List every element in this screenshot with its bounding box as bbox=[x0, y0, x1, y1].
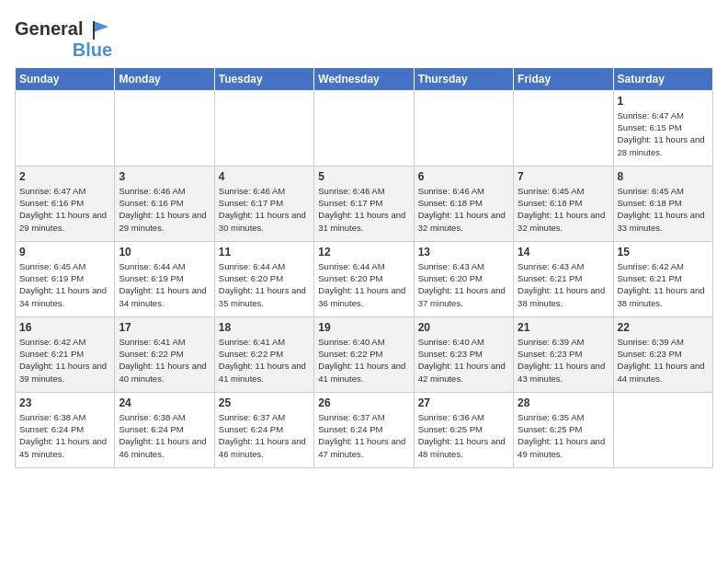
calendar-cell bbox=[214, 90, 313, 166]
day-sun-info: Sunrise: 6:41 AMSunset: 6:22 PMDaylight:… bbox=[119, 336, 210, 385]
calendar-week-row: 1Sunrise: 6:47 AMSunset: 6:15 PMDaylight… bbox=[16, 90, 713, 166]
day-number: 24 bbox=[119, 396, 210, 409]
day-number: 25 bbox=[219, 396, 310, 409]
day-sun-info: Sunrise: 6:44 AMSunset: 6:20 PMDaylight:… bbox=[219, 260, 310, 309]
calendar-cell: 21Sunrise: 6:39 AMSunset: 6:23 PMDayligh… bbox=[514, 316, 613, 392]
calendar-cell: 6Sunrise: 6:46 AMSunset: 6:18 PMDaylight… bbox=[414, 166, 513, 241]
calendar-cell: 10Sunrise: 6:44 AMSunset: 6:19 PMDayligh… bbox=[115, 241, 214, 316]
day-sun-info: Sunrise: 6:43 AMSunset: 6:20 PMDaylight:… bbox=[418, 260, 509, 309]
day-number: 10 bbox=[119, 246, 210, 259]
day-number: 3 bbox=[119, 170, 210, 183]
day-sun-info: Sunrise: 6:36 AMSunset: 6:25 PMDaylight:… bbox=[418, 411, 509, 460]
day-sun-info: Sunrise: 6:44 AMSunset: 6:19 PMDaylight:… bbox=[119, 260, 210, 309]
column-header-sunday: Sunday bbox=[16, 67, 115, 90]
day-number: 8 bbox=[618, 170, 709, 183]
day-sun-info: Sunrise: 6:35 AMSunset: 6:25 PMDaylight:… bbox=[518, 411, 609, 460]
logo: General Blue bbox=[15, 18, 112, 60]
calendar-cell: 16Sunrise: 6:42 AMSunset: 6:21 PMDayligh… bbox=[16, 316, 115, 392]
day-sun-info: Sunrise: 6:37 AMSunset: 6:24 PMDaylight:… bbox=[219, 411, 310, 460]
day-number: 15 bbox=[618, 246, 709, 259]
day-number: 7 bbox=[518, 170, 609, 183]
day-number: 20 bbox=[418, 321, 509, 334]
calendar-table: SundayMondayTuesdayWednesdayThursdayFrid… bbox=[15, 67, 713, 468]
day-number: 4 bbox=[219, 170, 310, 183]
calendar-cell: 28Sunrise: 6:35 AMSunset: 6:25 PMDayligh… bbox=[514, 392, 613, 467]
svg-rect-1 bbox=[93, 21, 95, 40]
day-sun-info: Sunrise: 6:45 AMSunset: 6:19 PMDaylight:… bbox=[19, 260, 110, 309]
logo-blue-text: Blue bbox=[73, 40, 112, 60]
calendar-cell: 7Sunrise: 6:45 AMSunset: 6:18 PMDaylight… bbox=[514, 166, 613, 241]
day-number: 14 bbox=[518, 246, 609, 259]
calendar-cell: 3Sunrise: 6:46 AMSunset: 6:16 PMDaylight… bbox=[115, 166, 214, 241]
day-number: 28 bbox=[518, 396, 609, 409]
day-number: 22 bbox=[618, 321, 709, 334]
svg-marker-0 bbox=[94, 21, 108, 32]
calendar-cell: 9Sunrise: 6:45 AMSunset: 6:19 PMDaylight… bbox=[16, 241, 115, 316]
day-number: 1 bbox=[618, 95, 709, 108]
calendar-cell: 12Sunrise: 6:44 AMSunset: 6:20 PMDayligh… bbox=[314, 241, 414, 316]
calendar-cell: 27Sunrise: 6:36 AMSunset: 6:25 PMDayligh… bbox=[414, 392, 513, 467]
day-number: 17 bbox=[119, 321, 210, 334]
calendar-cell: 14Sunrise: 6:43 AMSunset: 6:21 PMDayligh… bbox=[514, 241, 613, 316]
calendar-cell: 19Sunrise: 6:40 AMSunset: 6:22 PMDayligh… bbox=[314, 316, 414, 392]
day-sun-info: Sunrise: 6:38 AMSunset: 6:24 PMDaylight:… bbox=[119, 411, 210, 460]
day-sun-info: Sunrise: 6:46 AMSunset: 6:17 PMDaylight:… bbox=[219, 185, 310, 234]
calendar-week-row: 16Sunrise: 6:42 AMSunset: 6:21 PMDayligh… bbox=[16, 316, 713, 392]
day-number: 19 bbox=[318, 321, 409, 334]
day-number: 16 bbox=[19, 321, 110, 334]
day-number: 11 bbox=[219, 246, 310, 259]
calendar-week-row: 23Sunrise: 6:38 AMSunset: 6:24 PMDayligh… bbox=[16, 392, 713, 467]
day-sun-info: Sunrise: 6:40 AMSunset: 6:22 PMDaylight:… bbox=[318, 336, 409, 385]
day-number: 21 bbox=[518, 321, 609, 334]
calendar-cell: 23Sunrise: 6:38 AMSunset: 6:24 PMDayligh… bbox=[16, 392, 115, 467]
day-number: 9 bbox=[19, 246, 110, 259]
calendar-cell bbox=[115, 90, 214, 166]
calendar-cell bbox=[613, 392, 712, 467]
calendar-cell: 8Sunrise: 6:45 AMSunset: 6:18 PMDaylight… bbox=[613, 166, 712, 241]
column-header-friday: Friday bbox=[514, 67, 613, 90]
day-number: 26 bbox=[318, 396, 409, 409]
calendar-cell: 20Sunrise: 6:40 AMSunset: 6:23 PMDayligh… bbox=[414, 316, 513, 392]
day-sun-info: Sunrise: 6:47 AMSunset: 6:15 PMDaylight:… bbox=[618, 109, 709, 158]
calendar-cell: 18Sunrise: 6:41 AMSunset: 6:22 PMDayligh… bbox=[214, 316, 313, 392]
header: General Blue bbox=[15, 15, 713, 60]
calendar-cell: 25Sunrise: 6:37 AMSunset: 6:24 PMDayligh… bbox=[214, 392, 313, 467]
calendar-cell bbox=[16, 90, 115, 166]
day-number: 18 bbox=[219, 321, 310, 334]
day-sun-info: Sunrise: 6:44 AMSunset: 6:20 PMDaylight:… bbox=[318, 260, 409, 309]
column-header-monday: Monday bbox=[115, 67, 214, 90]
day-sun-info: Sunrise: 6:46 AMSunset: 6:17 PMDaylight:… bbox=[318, 185, 409, 234]
column-header-thursday: Thursday bbox=[414, 67, 513, 90]
calendar-cell: 4Sunrise: 6:46 AMSunset: 6:17 PMDaylight… bbox=[214, 166, 313, 241]
calendar-week-row: 2Sunrise: 6:47 AMSunset: 6:16 PMDaylight… bbox=[16, 166, 713, 241]
day-sun-info: Sunrise: 6:42 AMSunset: 6:21 PMDaylight:… bbox=[19, 336, 110, 385]
calendar-cell: 24Sunrise: 6:38 AMSunset: 6:24 PMDayligh… bbox=[115, 392, 214, 467]
calendar-cell bbox=[514, 90, 613, 166]
calendar-header-row: SundayMondayTuesdayWednesdayThursdayFrid… bbox=[16, 67, 713, 90]
day-number: 12 bbox=[318, 246, 409, 259]
calendar-cell: 26Sunrise: 6:37 AMSunset: 6:24 PMDayligh… bbox=[314, 392, 414, 467]
calendar-cell: 2Sunrise: 6:47 AMSunset: 6:16 PMDaylight… bbox=[16, 166, 115, 241]
day-sun-info: Sunrise: 6:42 AMSunset: 6:21 PMDaylight:… bbox=[618, 260, 709, 309]
day-sun-info: Sunrise: 6:47 AMSunset: 6:16 PMDaylight:… bbox=[19, 185, 110, 234]
day-number: 6 bbox=[418, 170, 509, 183]
day-number: 5 bbox=[318, 170, 409, 183]
day-sun-info: Sunrise: 6:37 AMSunset: 6:24 PMDaylight:… bbox=[318, 411, 409, 460]
day-sun-info: Sunrise: 6:39 AMSunset: 6:23 PMDaylight:… bbox=[518, 336, 609, 385]
day-number: 27 bbox=[418, 396, 509, 409]
logo-flag-icon bbox=[90, 19, 112, 41]
day-sun-info: Sunrise: 6:38 AMSunset: 6:24 PMDaylight:… bbox=[19, 411, 110, 460]
day-number: 23 bbox=[19, 396, 110, 409]
column-header-wednesday: Wednesday bbox=[314, 67, 414, 90]
calendar-cell: 22Sunrise: 6:39 AMSunset: 6:23 PMDayligh… bbox=[613, 316, 712, 392]
calendar-cell: 13Sunrise: 6:43 AMSunset: 6:20 PMDayligh… bbox=[414, 241, 513, 316]
calendar-cell: 15Sunrise: 6:42 AMSunset: 6:21 PMDayligh… bbox=[613, 241, 712, 316]
column-header-tuesday: Tuesday bbox=[214, 67, 313, 90]
day-sun-info: Sunrise: 6:46 AMSunset: 6:18 PMDaylight:… bbox=[418, 185, 509, 234]
calendar-cell: 1Sunrise: 6:47 AMSunset: 6:15 PMDaylight… bbox=[613, 90, 712, 166]
calendar-cell: 5Sunrise: 6:46 AMSunset: 6:17 PMDaylight… bbox=[314, 166, 414, 241]
calendar-week-row: 9Sunrise: 6:45 AMSunset: 6:19 PMDaylight… bbox=[16, 241, 713, 316]
logo-general-text: General bbox=[15, 18, 112, 41]
calendar-cell bbox=[314, 90, 414, 166]
calendar-cell bbox=[414, 90, 513, 166]
